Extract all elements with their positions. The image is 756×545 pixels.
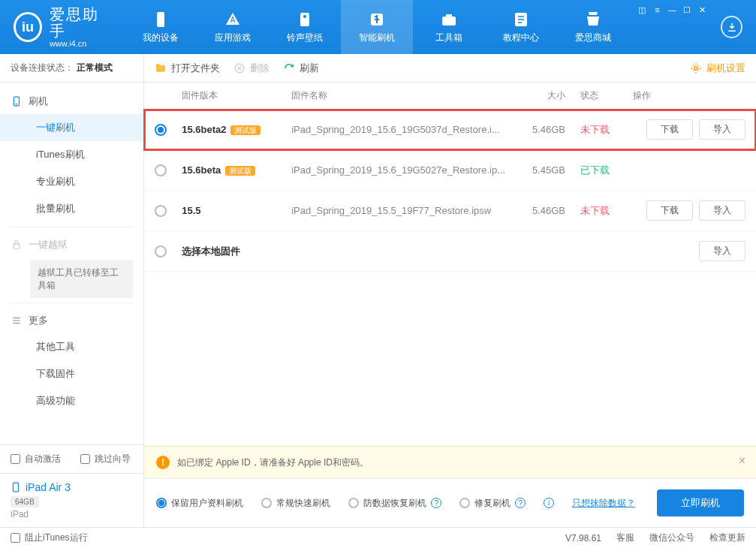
option-label: 防数据恢复刷机 — [363, 497, 426, 510]
nav-label: 工具箱 — [435, 32, 462, 44]
firmware-row[interactable]: 15.6beta测试版 iPad_Spring_2019_15.6_19G502… — [144, 150, 756, 191]
nav-label: 我的设备 — [143, 32, 179, 44]
firmware-row[interactable]: 15.6beta2测试版 iPad_Spring_2019_15.6_19G50… — [144, 110, 756, 150]
download-manager-icon[interactable] — [721, 16, 742, 38]
option-radio[interactable] — [348, 498, 359, 508]
beta-badge: 测试版 — [225, 166, 255, 176]
flash-option-1[interactable]: 常规快速刷机 — [261, 497, 330, 510]
flash-option-2[interactable]: 防数据恢复刷机? — [348, 497, 441, 510]
sidebar-item-flash-1[interactable]: iTunes刷机 — [0, 141, 143, 168]
firmware-status: 已下载 — [565, 164, 625, 177]
refresh-label: 刷新 — [300, 62, 319, 75]
svg-point-1 — [160, 23, 161, 25]
row-radio[interactable] — [155, 245, 167, 257]
status-label: 设备连接状态： — [11, 62, 74, 74]
nav-item-3[interactable]: 智能刷机 — [341, 0, 413, 54]
sidebar-item-more-0[interactable]: 其他工具 — [0, 333, 143, 360]
check-update-link[interactable]: 检查更新 — [709, 531, 745, 544]
firmware-status: 未下载 — [565, 123, 625, 137]
download-button[interactable]: 下载 — [646, 200, 693, 221]
flash-option-0[interactable]: 保留用户资料刷机 — [156, 497, 243, 510]
nav-item-4[interactable]: 工具箱 — [413, 0, 485, 54]
import-button[interactable]: 导入 — [699, 200, 745, 221]
sidebar-tree: 刷机 一键刷机iTunes刷机专业刷机批量刷机 一键越狱 越狱工具已转移至工具箱… — [0, 83, 143, 444]
nav-item-2[interactable]: 铃声壁纸 — [269, 0, 341, 54]
sidebar-item-flash-3[interactable]: 批量刷机 — [0, 195, 143, 222]
firmware-version: 15.6beta测试版 — [182, 164, 287, 176]
wechat-link[interactable]: 微信公众号 — [649, 531, 694, 544]
skip-guide-checkbox[interactable] — [80, 454, 90, 464]
sidebar-group-flash[interactable]: 刷机 — [0, 89, 143, 114]
option-radio[interactable] — [459, 498, 470, 508]
sidebar-item-flash-2[interactable]: 专业刷机 — [0, 168, 143, 195]
firmware-version: 选择本地固件 — [182, 245, 287, 258]
import-button[interactable]: 导入 — [699, 119, 745, 140]
delete-button: 删除 — [233, 62, 270, 75]
sidebar-group-label: 一键越狱 — [29, 238, 68, 251]
delete-icon — [233, 62, 245, 74]
skip-guide-label: 跳过向导 — [95, 453, 131, 465]
info-icon[interactable]: ? — [515, 498, 526, 508]
svg-rect-6 — [442, 17, 456, 26]
info-icon[interactable]: i — [544, 498, 554, 508]
firmware-filename: iPad_Spring_2019_15.5_19F77_Restore.ipsw — [287, 205, 505, 216]
flash-settings-button[interactable]: 刷机设置 — [690, 62, 745, 75]
firmware-size: 5.46GB — [505, 205, 565, 216]
row-radio[interactable] — [155, 124, 167, 136]
flash-settings-label: 刷机设置 — [706, 62, 745, 75]
customer-service-link[interactable]: 客服 — [616, 531, 634, 544]
window-close-icon[interactable]: ✕ — [695, 5, 709, 15]
device-info[interactable]: iPad Air 3 64GB iPad — [0, 473, 143, 527]
block-itunes-option[interactable]: 阻止iTunes运行 — [11, 531, 88, 544]
option-radio[interactable] — [156, 498, 167, 508]
refresh-button[interactable]: 刷新 — [283, 62, 319, 75]
sidebar-group-more[interactable]: 更多 — [0, 308, 143, 333]
nav-item-0[interactable]: 我的设备 — [125, 0, 197, 54]
nav-icon — [512, 11, 530, 29]
nav-item-1[interactable]: A应用游戏 — [197, 0, 269, 54]
col-version: 固件版本 — [182, 89, 287, 102]
block-itunes-checkbox[interactable] — [11, 533, 20, 543]
window-maximize-icon[interactable]: ☐ — [680, 5, 694, 15]
firmware-row[interactable]: 选择本地固件 导入 — [144, 231, 756, 272]
device-icon — [11, 482, 21, 492]
flash-now-button[interactable]: 立即刷机 — [657, 489, 744, 516]
firmware-filename: iPad_Spring_2019_15.6_19G5037d_Restore.i… — [287, 124, 505, 135]
sidebar-item-more-1[interactable]: 下载固件 — [0, 360, 143, 387]
nav-icon — [584, 11, 602, 29]
nav-icon — [440, 11, 458, 29]
download-button[interactable]: 下载 — [646, 119, 693, 140]
nav-item-6[interactable]: 爱思商城 — [557, 0, 629, 54]
svg-point-4 — [303, 15, 306, 18]
auto-activate-label: 自动激活 — [25, 453, 61, 465]
info-icon[interactable]: ? — [431, 498, 441, 508]
app-name: 爱思助手 — [50, 6, 112, 39]
jailbreak-note: 越狱工具已转移至工具箱 — [30, 260, 133, 298]
nav-icon — [296, 11, 314, 29]
firmware-version: 15.5 — [182, 205, 287, 216]
open-folder-button[interactable]: 打开文件夹 — [155, 62, 220, 75]
row-radio[interactable] — [155, 205, 167, 217]
erase-data-link[interactable]: 只想抹除数据？ — [572, 497, 635, 510]
flash-options: 保留用户资料刷机常规快速刷机防数据恢复刷机?修复刷机? i 只想抹除数据？ 立即… — [144, 478, 756, 527]
svg-rect-10 — [14, 483, 19, 492]
row-radio[interactable] — [155, 164, 167, 176]
import-button[interactable]: 导入 — [699, 241, 745, 261]
flash-option-3[interactable]: 修复刷机? — [459, 497, 526, 510]
delete-label: 删除 — [250, 62, 270, 75]
firmware-version: 15.6beta2测试版 — [182, 124, 287, 136]
nav-item-5[interactable]: 教程中心 — [485, 0, 557, 54]
auto-activate-checkbox[interactable] — [11, 454, 20, 464]
menu-icon — [11, 315, 23, 327]
notice-close-icon[interactable]: × — [739, 454, 745, 468]
nav-label: 铃声壁纸 — [287, 32, 323, 44]
col-size: 大小 — [505, 89, 565, 102]
window-layout-icon[interactable]: ◫ — [635, 5, 649, 15]
option-label: 常规快速刷机 — [276, 497, 330, 510]
firmware-row[interactable]: 15.5 iPad_Spring_2019_15.5_19F77_Restore… — [144, 191, 756, 231]
sidebar-item-more-2[interactable]: 高级功能 — [0, 387, 143, 414]
window-minimize-icon[interactable]: — — [665, 5, 679, 15]
sidebar-item-flash-0[interactable]: 一键刷机 — [0, 114, 143, 141]
window-menu-icon[interactable]: ≡ — [650, 5, 664, 15]
option-radio[interactable] — [261, 498, 272, 508]
